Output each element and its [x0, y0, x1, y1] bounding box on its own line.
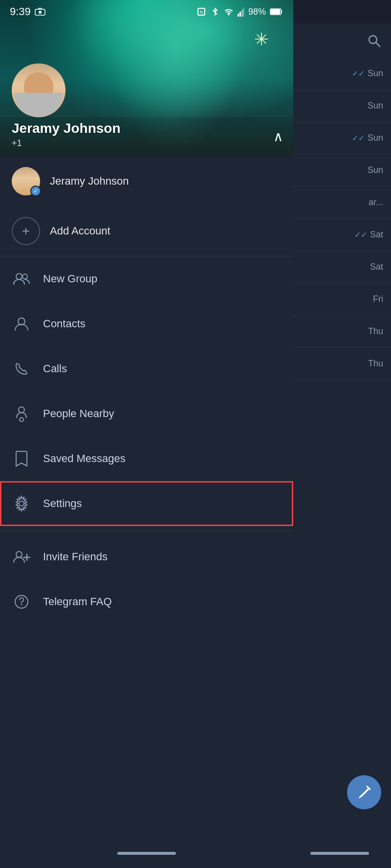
status-icons: N 98% [196, 7, 283, 17]
user-name: Jeramy Johnson [12, 121, 273, 136]
menu-item-new-group[interactable]: New Group [0, 256, 293, 301]
svg-point-17 [20, 418, 23, 422]
bluetooth-icon [210, 7, 220, 17]
navigation-drawer: 9:39 N [0, 0, 293, 868]
battery-percent: 98% [248, 7, 266, 17]
chat-item: ✓✓ Sun [288, 122, 391, 154]
chat-item: ar... [288, 187, 391, 219]
menu-label-invite-friends: Invite Friends [43, 550, 108, 563]
nav-pill [310, 852, 369, 855]
battery-icon [270, 8, 283, 16]
user-avatar[interactable] [12, 64, 65, 117]
chat-day: Thu [368, 326, 383, 337]
photo-icon [35, 8, 45, 16]
chat-item: Thu [288, 316, 391, 348]
accounts-section: ✓ Jeramy Johnson + Add Account [0, 156, 293, 256]
svg-point-19 [19, 501, 24, 506]
person-add-icon [12, 547, 31, 567]
menu-label-calls: Calls [43, 362, 67, 375]
nfc-icon: N [196, 7, 206, 17]
menu-item-telegram-faq[interactable]: Telegram FAQ [0, 579, 293, 624]
check-icon: ✓✓ [354, 230, 367, 239]
menu-item-saved-messages[interactable]: Saved Messages [0, 436, 293, 481]
nav-pill-drawer [117, 852, 176, 855]
chat-day: Sat [370, 262, 383, 272]
chat-item: Sat [288, 251, 391, 283]
svg-point-6 [228, 14, 229, 16]
svg-rect-12 [271, 9, 280, 14]
settings-icon [12, 494, 31, 513]
menu-label-telegram-faq: Telegram FAQ [43, 595, 112, 608]
chat-day: Fri [373, 294, 383, 304]
phone-icon [12, 359, 31, 379]
user-name-container: Jeramy Johnson +1 ∧ [0, 117, 293, 156]
add-account-button[interactable]: + Add Account [0, 206, 293, 256]
menu-item-contacts[interactable]: Contacts [0, 301, 293, 346]
svg-rect-7 [238, 14, 239, 17]
chat-day: Thu [368, 359, 383, 369]
account-name: Jeramy Johnson [50, 175, 129, 188]
svg-point-13 [16, 274, 22, 279]
drawer-header: 9:39 N [0, 0, 293, 156]
verified-badge: ✓ [30, 186, 41, 196]
svg-rect-10 [243, 8, 244, 17]
chat-item: ✓✓ Sun [288, 58, 391, 90]
add-account-label: Add Account [50, 225, 110, 237]
chat-item: ✓✓ Sat [288, 219, 391, 251]
user-info: Jeramy Johnson +1 [12, 121, 273, 148]
drawer-status-bar: 9:39 N [0, 0, 293, 23]
search-icon[interactable] [367, 33, 381, 48]
svg-point-3 [39, 11, 42, 14]
menu-label-people-nearby: People Nearby [43, 407, 114, 420]
chat-day: Sun [368, 165, 383, 175]
menu-list: New Group Contacts Calls [0, 256, 293, 868]
avatar-image [12, 64, 65, 117]
menu-item-people-nearby[interactable]: People Nearby [0, 391, 293, 436]
menu-item-settings[interactable]: Settings [0, 481, 293, 526]
contacts-icon [12, 314, 31, 334]
chat-day: Sun [368, 101, 383, 111]
check-icon: ✓✓ [352, 69, 365, 78]
user-phone: +1 [12, 138, 273, 148]
svg-rect-8 [239, 12, 241, 17]
add-account-icon: + [12, 217, 40, 245]
sun-icon: ✳ [254, 29, 269, 50]
svg-point-14 [22, 274, 27, 279]
menu-label-settings: Settings [43, 497, 82, 510]
menu-label-contacts: Contacts [43, 318, 86, 330]
collapse-button[interactable]: ∧ [273, 128, 283, 145]
svg-text:N: N [200, 10, 203, 15]
compose-fab[interactable] [347, 775, 381, 809]
menu-label-new-group: New Group [43, 273, 97, 285]
chat-item: Sun [288, 90, 391, 122]
account-item-jeramy[interactable]: ✓ Jeramy Johnson [0, 156, 293, 206]
svg-rect-9 [241, 10, 243, 17]
avatar-person-shape [12, 64, 65, 117]
help-icon [12, 592, 31, 612]
signal-icon [238, 7, 244, 17]
group-icon [12, 269, 31, 289]
status-time: 9:39 [10, 5, 45, 18]
chat-item: Fri [288, 283, 391, 316]
chat-day: Sun [368, 68, 383, 79]
account-avatar: ✓ [12, 167, 40, 195]
svg-line-1 [376, 42, 380, 46]
chat-preview: ar... [369, 197, 383, 208]
check-icon: ✓✓ [352, 133, 365, 143]
svg-point-16 [19, 407, 24, 413]
wifi-icon [224, 7, 234, 17]
chat-day: Sat [370, 230, 383, 240]
navigation-bar [288, 839, 391, 868]
chat-day: Sun [368, 133, 383, 143]
divider-2 [0, 530, 293, 530]
chat-list-panel: ✓✓ Sun Sun ✓✓ Sun Sun ar... ✓✓ Sat Sat F… [288, 23, 391, 868]
chat-item: Thu [288, 348, 391, 380]
menu-item-invite-friends[interactable]: Invite Friends [0, 534, 293, 579]
menu-item-calls[interactable]: Calls [0, 346, 293, 391]
chat-list-header [288, 23, 391, 58]
svg-point-24 [21, 604, 22, 606]
drawer-bottom-nav [0, 839, 293, 868]
svg-point-20 [16, 551, 22, 557]
nearby-icon [12, 404, 31, 423]
chat-item: Sun [288, 154, 391, 187]
